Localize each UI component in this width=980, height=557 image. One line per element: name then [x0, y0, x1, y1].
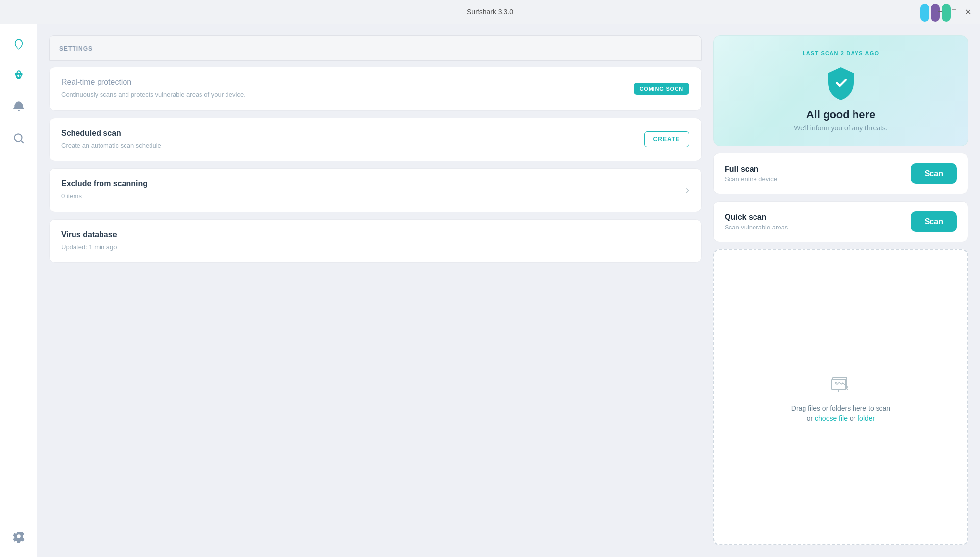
quick-scan-info: Quick scan Scan vulnerable areas: [725, 213, 788, 231]
main-container: SETTINGS Real-time protection Continuous…: [0, 24, 980, 557]
virus-database-card: Virus database Updated: 1 min ago: [49, 219, 702, 263]
virusdb-card-content: Virus database Updated: 1 min ago: [61, 230, 117, 252]
quick-scan-desc: Scan vulnerable areas: [725, 224, 788, 231]
folder-link[interactable]: folder: [857, 414, 875, 422]
sidebar-item-home[interactable]: [8, 33, 29, 55]
create-button[interactable]: CREATE: [644, 131, 689, 147]
full-scan-button[interactable]: Scan: [911, 163, 957, 184]
sidebar-item-alerts[interactable]: [8, 96, 29, 118]
realtime-card-content: Real-time protection Continuously scans …: [61, 78, 246, 100]
exclude-title: Exclude from scanning: [61, 179, 148, 188]
right-panel: LAST SCAN 2 DAYS AGO All good here We'll…: [713, 35, 968, 545]
exclude-desc: 0 items: [61, 191, 148, 201]
chevron-right-icon: ›: [686, 184, 689, 197]
quick-scan-button[interactable]: Scan: [911, 211, 957, 232]
left-panel: SETTINGS Real-time protection Continuous…: [49, 35, 702, 545]
full-scan-desc: Scan entire device: [725, 176, 777, 183]
quick-scan-card: Quick scan Scan vulnerable areas Scan: [713, 201, 968, 242]
drag-drop-links: or choose file or folder: [807, 414, 875, 422]
realtime-title: Real-time protection: [61, 78, 246, 87]
settings-header: SETTINGS: [49, 35, 702, 61]
scheduled-title: Scheduled scan: [61, 129, 161, 138]
settings-header-text: SETTINGS: [59, 45, 93, 52]
exclude-scanning-card[interactable]: Exclude from scanning 0 items ›: [49, 168, 702, 212]
drag-drop-text: Drag files or folders here to scan: [791, 405, 890, 412]
sidebar-item-settings[interactable]: [8, 526, 29, 547]
choose-file-link[interactable]: choose file: [815, 414, 848, 422]
scheduled-desc: Create an automatic scan schedule: [61, 141, 161, 151]
drag-drop-card[interactable]: Drag files or folders here to scan or ch…: [713, 249, 968, 545]
status-title: All good here: [806, 108, 876, 121]
maximize-button[interactable]: □: [950, 7, 958, 16]
virusdb-title: Virus database: [61, 230, 117, 239]
full-scan-info: Full scan Scan entire device: [725, 165, 777, 183]
close-button[interactable]: ✕: [963, 7, 972, 16]
title-bar: Surfshark 3.3.0 − □ ✕: [0, 0, 980, 24]
scheduled-scan-card: Scheduled scan Create an automatic scan …: [49, 118, 702, 162]
virusdb-desc: Updated: 1 min ago: [61, 242, 117, 252]
sidebar-item-search[interactable]: [8, 127, 29, 149]
realtime-protection-card: Real-time protection Continuously scans …: [49, 67, 702, 111]
sidebar: [0, 24, 37, 557]
window-controls: − □ ✕: [936, 7, 972, 16]
drag-drop-or: or: [807, 414, 815, 422]
status-subtitle: We'll inform you of any threats.: [794, 124, 888, 132]
logo-pill-blue: [920, 4, 929, 22]
scheduled-card-content: Scheduled scan Create an automatic scan …: [61, 129, 161, 151]
svg-line-1: [21, 141, 24, 143]
sidebar-item-antivirus[interactable]: [8, 65, 29, 86]
content-area: SETTINGS Real-time protection Continuous…: [37, 24, 980, 557]
shield-icon: [823, 65, 858, 101]
full-scan-title: Full scan: [725, 165, 777, 174]
svg-point-4: [835, 382, 837, 384]
coming-soon-badge: COMING SOON: [634, 83, 689, 95]
drag-drop-icon: [829, 372, 853, 398]
quick-scan-title: Quick scan: [725, 213, 788, 222]
exclude-card-content: Exclude from scanning 0 items: [61, 179, 148, 201]
status-card: LAST SCAN 2 DAYS AGO All good here We'll…: [713, 35, 968, 146]
svg-rect-3: [832, 379, 846, 390]
minimize-button[interactable]: −: [936, 7, 945, 16]
svg-point-0: [14, 134, 22, 141]
full-scan-card: Full scan Scan entire device Scan: [713, 153, 968, 194]
realtime-desc: Continuously scans and protects vulnerab…: [61, 90, 246, 100]
last-scan-text: LAST SCAN 2 DAYS AGO: [803, 51, 879, 56]
window-title: Surfshark 3.3.0: [467, 8, 513, 16]
